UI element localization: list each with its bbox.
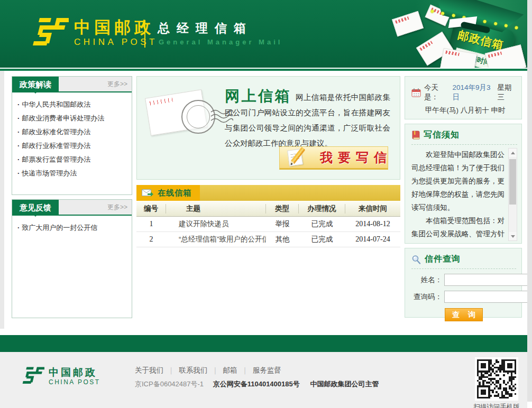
policy-more-link[interactable]: 更多>> <box>107 80 127 89</box>
cell-subject[interactable]: “总经理信箱”致用户的公开信 <box>166 235 266 244</box>
magnifier-icon <box>411 255 421 264</box>
footer-icp-line: 京ICP备06042487号-1 京公网安备110401400185号 中国邮政… <box>135 379 379 389</box>
table-body: 1建议开除快递员举报已完成2014-08-122“总经理信箱”致用户的公开信其他… <box>136 217 400 247</box>
scroll-thumb[interactable] <box>509 159 516 205</box>
qr-caption: 扫描访问手机版 <box>471 403 522 408</box>
cell-subject[interactable]: 建议开除快递员 <box>166 219 266 229</box>
table-row[interactable]: 2“总经理信箱”致用户的公开信其他已完成2014-07-24 <box>136 232 400 247</box>
notice-paragraph: 欢迎登陆中国邮政集团公司总经理信箱！为了便于我们为您提供更加完善的服务，更好地保… <box>411 148 505 214</box>
column-header: 来信时间 <box>345 204 400 214</box>
online-mailbox-tab: 在线信箱 <box>136 185 200 201</box>
online-mailbox-section: 在线信箱 编号主题类型办理情况来信时间 1建议开除快递员举报已完成2014-08… <box>136 185 400 247</box>
footer-links: 关于我们联系我们邮箱服务监督 <box>135 366 281 375</box>
notice-title: 写信须知 <box>424 129 460 141</box>
cell-type: 举报 <box>266 219 299 229</box>
list-item[interactable]: 邮政业消费者申诉处理办法 <box>16 112 127 125</box>
supervisor-text: 中国邮政集团公司主管 <box>310 380 379 388</box>
qr-code <box>475 357 518 401</box>
column-header: 编号 <box>136 204 166 214</box>
calendar-icon <box>411 88 421 97</box>
feedback-list: 致广大用户的一封公开信 <box>12 216 132 318</box>
footer-link[interactable]: 服务监督 <box>253 366 281 374</box>
footer-logo-en: CHINA POST <box>49 378 100 386</box>
site-title: 总经理信箱 <box>158 20 253 36</box>
list-item[interactable]: 快递市场管理办法 <box>16 166 127 180</box>
cell-status: 已完成 <box>299 235 345 244</box>
write-letter-label: 我要写信 <box>320 149 392 166</box>
cell-status: 已完成 <box>299 219 345 229</box>
mailbox-illustration: 邮政信箱 开箱时间 <box>379 0 527 68</box>
policy-list: 中华人民共和国邮政法邮政业消费者申诉处理办法邮政业标准化管理办法邮政行业标准管理… <box>12 92 132 194</box>
footer: 中国邮政 CHINA POST 关于我们联系我们邮箱服务监督 京ICP备0604… <box>0 352 527 408</box>
cell-date: 2014-07-24 <box>345 235 400 244</box>
feedback-more-link[interactable]: 更多>> <box>107 203 127 212</box>
name-label: 姓名： <box>411 275 442 285</box>
feedback-panel-header: 意见反馈 更多>> <box>12 200 132 216</box>
notice-box: 写信须知 欢迎登陆中国邮政集团公司总经理信箱！为了便于我们为您提供更加完善的服务… <box>405 124 522 244</box>
scroll-down-button[interactable] <box>509 232 517 240</box>
intro-box: 网上信箱网上信箱是依托中国邮政集团公司门户网站设立的交流平台，旨在搭建网友与集团… <box>136 76 400 180</box>
today-weekday: 星期三 <box>497 83 516 102</box>
security-number: 京公网安备110401400185号 <box>213 380 300 388</box>
page: 中国邮政 CHINA POST 总经理信箱 General Manager Ma… <box>0 0 527 408</box>
scroll-up-button[interactable] <box>509 149 517 157</box>
column-header: 办理情况 <box>299 204 345 214</box>
left-sidebar: 政策解读 更多>> 中华人民共和国邮政法邮政业消费者申诉处理办法邮政业标准化管理… <box>12 76 132 322</box>
online-mailbox-title: 在线信箱 <box>158 188 191 198</box>
policy-panel-header: 政策解读 更多>> <box>12 77 132 92</box>
footer-green-strip <box>0 335 527 352</box>
policy-panel-title: 政策解读 <box>12 77 59 92</box>
list-item[interactable]: 致广大用户的一封公开信 <box>16 221 127 235</box>
intro-paragraph: 网上信箱网上信箱是依托中国邮政集团公司门户网站设立的交流平台，旨在搭建网友与集团… <box>225 88 390 151</box>
list-item[interactable]: 邮票发行监督管理办法 <box>16 153 127 166</box>
footer-link[interactable]: 邮箱 <box>223 366 252 374</box>
today-prefix: 今天是： <box>424 83 449 102</box>
footer-link[interactable]: 关于我们 <box>135 366 179 374</box>
feedback-panel: 意见反馈 更多>> 致广大用户的一封公开信 <box>12 199 132 318</box>
today-lunar: 甲午年(马) 八月初十 申时 <box>425 106 516 115</box>
intro-title: 网上信箱 <box>225 88 291 104</box>
right-sidebar: 今天是： 2014年9月3日 星期三 甲午年(马) 八月初十 申时 写信须知 <box>405 76 522 322</box>
online-mailbox-titlebar: 在线信箱 <box>136 185 400 201</box>
query-code-input[interactable] <box>444 291 532 303</box>
page-right-edge <box>527 0 532 402</box>
mail-arrow-icon <box>142 189 153 197</box>
cell-no: 2 <box>136 235 166 244</box>
notice-text: 欢迎登陆中国邮政集团公司总经理信箱！为了便于我们为您提供更加完善的服务，更好地保… <box>411 148 517 241</box>
china-post-logo-icon <box>31 16 69 51</box>
code-label: 查询码： <box>411 292 442 302</box>
notice-scrollbar[interactable] <box>508 148 517 241</box>
icp-number: 京ICP备06042487号-1 <box>135 380 204 388</box>
cell-type: 其他 <box>266 235 299 244</box>
book-icon <box>411 131 420 140</box>
list-item[interactable]: 邮政行业标准管理办法 <box>16 139 127 153</box>
pencil-paper-icon <box>287 147 310 168</box>
site-subtitle: General Manager Mail <box>159 38 282 46</box>
column-header: 类型 <box>266 204 299 214</box>
column-header: 主题 <box>166 204 266 214</box>
query-button[interactable]: 查 询 <box>445 308 483 321</box>
envelope-stamp-icon <box>145 86 219 144</box>
brand: 中国邮政 CHINA POST <box>31 16 158 51</box>
footer-china-post-logo-icon <box>21 366 44 387</box>
notice-paragraph: 本信箱受理范围包括：对集团公司发展战略、管理方针政策、经营方略、规章制度、生产经… <box>411 214 505 241</box>
list-item[interactable]: 中华人民共和国邮政法 <box>16 98 127 112</box>
query-title: 信件查询 <box>425 254 461 265</box>
cell-no: 1 <box>136 220 166 228</box>
cell-date: 2014-08-12 <box>345 220 400 228</box>
table-header-row: 编号主题类型办理情况来信时间 <box>136 201 400 217</box>
write-letter-button[interactable]: 我要写信 <box>279 146 388 170</box>
footer-link[interactable]: 联系我们 <box>179 366 223 374</box>
header-banner: 中国邮政 CHINA POST 总经理信箱 General Manager Ma… <box>0 0 527 68</box>
table-row[interactable]: 1建议开除快递员举报已完成2014-08-12 <box>136 217 400 232</box>
center-column: 网上信箱网上信箱是依托中国邮政集团公司门户网站设立的交流平台，旨在搭建网友与集团… <box>136 76 400 322</box>
list-item[interactable]: 邮政业标准化管理办法 <box>16 125 127 139</box>
main-content: 政策解读 更多>> 中华人民共和国邮政法邮政业消费者申诉处理办法邮政业标准化管理… <box>0 71 527 329</box>
policy-panel: 政策解读 更多>> 中华人民共和国邮政法邮政业消费者申诉处理办法邮政业标准化管理… <box>12 76 132 195</box>
letter-query-box: 信件查询 姓名： 查询码： 查 询 <box>405 248 522 318</box>
footer-logo-cn: 中国邮政 <box>49 367 100 378</box>
header-divider <box>144 20 145 48</box>
name-input[interactable] <box>444 274 532 286</box>
today-date: 2014年9月3日 <box>452 83 492 102</box>
today-box: 今天是： 2014年9月3日 星期三 甲午年(马) 八月初十 申时 <box>405 76 522 119</box>
